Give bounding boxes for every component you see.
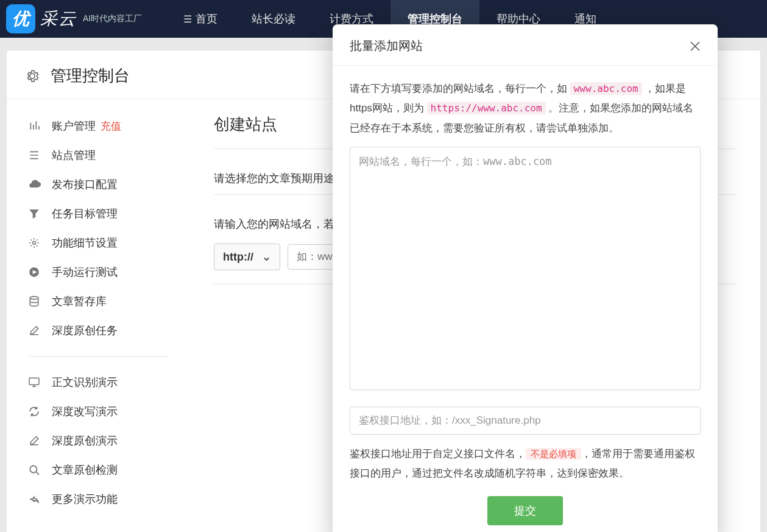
cogs-icon: [29, 237, 44, 248]
optional-tag: 不是必填项: [526, 448, 581, 460]
code-example-1: www.abc.com: [570, 82, 642, 95]
sidebar-item-label: 发布接口配置: [52, 177, 118, 192]
sidebar-item-label: 手动运行测试: [52, 265, 118, 279]
sidebar-item-label: 站点管理: [52, 148, 96, 163]
chevron-down-icon: ⌄: [262, 250, 271, 264]
bars-icon: [29, 121, 44, 131]
nav-label: 首页: [196, 12, 217, 26]
modal-title: 批量添加网站: [350, 38, 423, 54]
sidebar-item-label: 功能细节设置: [52, 236, 118, 250]
sidebar-item-label: 深度原创任务: [52, 323, 118, 338]
protocol-select[interactable]: http:// ⌄: [214, 243, 280, 270]
cloud-icon: [29, 180, 44, 189]
sidebar-item[interactable]: 发布接口配置: [29, 170, 189, 199]
sidebar-separator: [29, 356, 168, 357]
sidebar-item[interactable]: 账户管理充值: [29, 111, 189, 141]
submit-button[interactable]: 提交: [487, 496, 563, 525]
sidebar-item[interactable]: 功能细节设置: [29, 228, 189, 257]
nav-home[interactable]: ☰首页: [166, 0, 235, 38]
auth-description: 鉴权接口地址用于自定义接口文件名，不是必填项，通常用于需要通用鉴权接口的用户，通…: [350, 444, 701, 484]
sidebar-item[interactable]: 深度原创任务: [29, 316, 189, 345]
sidebar-item-label: 任务目标管理: [52, 206, 118, 221]
modal-description: 请在下方填写要添加的网站域名，每行一个，如 www.abc.com ，如果是ht…: [350, 79, 701, 138]
brand-name: 采云: [40, 7, 77, 30]
sidebar-item-label: 文章暂存库: [52, 294, 107, 309]
svg-point-0: [33, 242, 36, 245]
nav-webmaster[interactable]: 站长必读: [235, 0, 313, 38]
refresh-icon: [29, 406, 44, 417]
nav-label: 站长必读: [252, 12, 295, 26]
sidebar-item-label: 深度原创演示: [52, 433, 118, 448]
sidebar-item-label: 账户管理: [52, 119, 96, 133]
auth-url-input[interactable]: [350, 407, 701, 435]
code-example-2: https://www.abc.com: [427, 102, 546, 114]
svg-point-2: [30, 296, 38, 299]
sidebar-item-label: 正文识别演示: [52, 375, 118, 390]
sidebar-item-label: 文章原创检测: [52, 463, 118, 477]
gear-icon: [25, 69, 40, 83]
sidebar-item[interactable]: 手动运行测试: [29, 257, 189, 287]
logo-icon: 优: [6, 4, 35, 33]
sidebar-item[interactable]: 更多演示功能: [29, 485, 189, 514]
filter-icon: [29, 208, 44, 219]
play-icon: [29, 267, 44, 278]
list-icon: [29, 150, 44, 161]
sidebar: 账户管理充值站点管理发布接口配置任务目标管理功能细节设置手动运行测试文章暂存库深…: [7, 99, 189, 526]
sidebar-item[interactable]: 深度原创演示: [29, 426, 189, 455]
domains-textarea[interactable]: [350, 147, 701, 390]
sidebar-item-label: 深度改写演示: [52, 404, 118, 419]
svg-point-4: [30, 466, 37, 472]
brand-subtitle: AI时代内容工厂: [83, 13, 142, 24]
console-title: 管理控制台: [51, 65, 130, 86]
sidebar-item[interactable]: 站点管理: [29, 141, 189, 170]
monitor-icon: [29, 377, 44, 387]
db-icon: [29, 296, 44, 307]
brand-logo[interactable]: 优 采云 AI时代内容工厂: [0, 4, 142, 33]
close-icon[interactable]: [690, 41, 701, 52]
share-icon: [29, 494, 44, 505]
recharge-badge[interactable]: 充值: [101, 119, 121, 133]
sidebar-item-label: 更多演示功能: [52, 492, 118, 506]
batch-add-modal: 批量添加网站 请在下方填写要添加的网站域名，每行一个，如 www.abc.com…: [333, 24, 718, 532]
sidebar-item[interactable]: 正文识别演示: [29, 368, 189, 397]
sidebar-item[interactable]: 深度改写演示: [29, 397, 189, 426]
edit-icon: [29, 325, 44, 336]
search-icon: [29, 464, 44, 475]
sidebar-item[interactable]: 文章原创检测: [29, 455, 189, 485]
sidebar-item[interactable]: 文章暂存库: [29, 287, 189, 316]
list-icon: ☰: [183, 13, 192, 25]
protocol-value: http://: [223, 251, 253, 264]
edit-icon: [29, 435, 44, 446]
svg-rect-3: [29, 378, 39, 385]
sidebar-item[interactable]: 任务目标管理: [29, 199, 189, 228]
